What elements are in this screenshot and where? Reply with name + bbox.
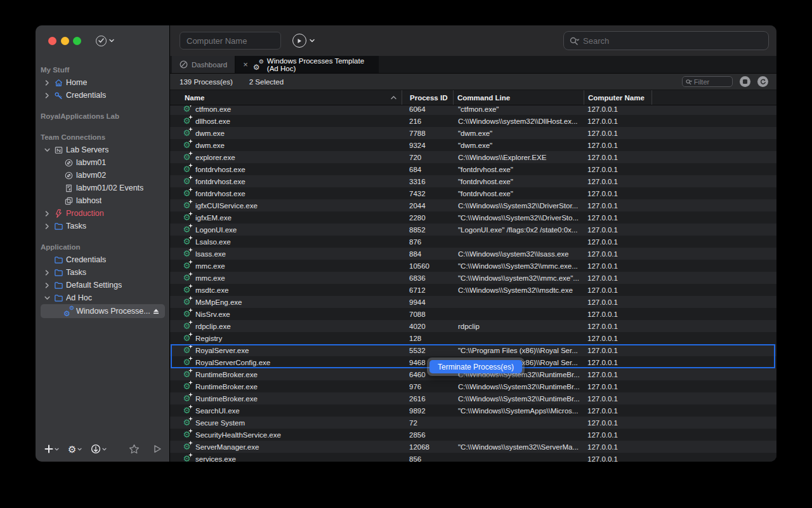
sidebar-item-labhost[interactable]: labhost (36, 194, 169, 207)
process-name-cell: ⚙dwm.exe (170, 127, 402, 139)
process-name-cell: ⚙MsMpEng.exe (170, 296, 402, 308)
process-name-cell: ⚙mmc.exe (170, 272, 402, 284)
spacer-cell (652, 453, 776, 462)
chevron-right-icon[interactable] (44, 224, 53, 229)
sidebar-item-ad-hoc[interactable]: Ad Hoc (36, 291, 169, 304)
zoom-window-button[interactable] (73, 37, 81, 45)
table-row[interactable]: ⚙fontdrvhost.exe3316"fontdrvhost.exe"127… (170, 175, 776, 187)
chevron-down-icon[interactable] (44, 295, 53, 300)
column-header-command-line[interactable]: Command Line (453, 90, 584, 105)
table-row[interactable]: ⚙MsMpEng.exe9944127.0.0.1 (170, 296, 776, 308)
table-row[interactable]: ⚙LsaIso.exe876127.0.0.1 (170, 236, 776, 248)
table-row[interactable]: ⚙SecurityHealthService.exe2856127.0.0.1 (170, 429, 776, 441)
table-row[interactable]: ⚙explorer.exe720C:\\Windows\\Explorer.EX… (170, 151, 776, 163)
sidebar-item-labvm02[interactable]: labvm02 (36, 169, 169, 182)
table-row[interactable]: ⚙dllhost.exe216C:\\Windows\\system32\\Dl… (170, 115, 776, 127)
tab-dashboard[interactable]: Dashboard (172, 56, 235, 73)
close-window-button[interactable] (48, 37, 56, 45)
table-row[interactable]: ⚙dwm.exe7788"dwm.exe"127.0.0.1 (170, 127, 776, 139)
table-row[interactable]: ⚙msdtc.exe6712C:\\Windows\\System32\\msd… (170, 284, 776, 296)
chevron-right-icon[interactable] (44, 93, 53, 98)
table-row[interactable]: ⚙RuntimeBroker.exe976C:\\Windows\\System… (170, 380, 776, 392)
connect-action-button[interactable] (96, 36, 114, 46)
process-gear-icon: ⚙ (182, 249, 192, 258)
table-row[interactable]: ⚙igfxCUIService.exe2044C:\\Windows\\Syst… (170, 199, 776, 211)
search-field[interactable] (563, 31, 769, 50)
computer-name-cell: 127.0.0.1 (584, 332, 652, 344)
table-row[interactable]: ⚙Secure System72127.0.0.1 (170, 417, 776, 429)
table-row[interactable]: ⚙igfxEM.exe2280"C:\\Windows\\System32\\D… (170, 211, 776, 224)
table-row[interactable]: ⚙RoyalServer.exe5532"C:\\Program Files (… (170, 344, 776, 356)
search-input[interactable] (583, 36, 763, 46)
table-row[interactable]: ⚙rdpclip.exe4020rdpclip127.0.0.1 (170, 320, 776, 332)
computer-name-cell: 127.0.0.1 (584, 284, 652, 296)
chevron-right-icon[interactable] (44, 270, 53, 276)
filter-field[interactable] (682, 76, 733, 87)
sidebar-item-credentials[interactable]: Credentials (36, 89, 169, 102)
command-line-cell: C:\\Windows\\System32\\DriverStor... (453, 199, 584, 211)
spacer-cell (652, 368, 776, 380)
table-row[interactable]: ⚙SearchUI.exe9892"C:\\Windows\\SystemApp… (170, 404, 776, 417)
computer-name-cell: 127.0.0.1 (584, 248, 652, 260)
table-row[interactable]: ⚙RuntimeBroker.exe2616C:\\Windows\\Syste… (170, 392, 776, 404)
sidebar-item-lab-servers[interactable]: Lab Servers (36, 144, 169, 156)
settings-menu-button[interactable]: ⚙ (68, 444, 82, 454)
computer-name-input[interactable] (180, 32, 281, 49)
terminate-processes-button[interactable]: Terminate Process(es) (429, 360, 522, 373)
sidebar-item-home[interactable]: Home (36, 76, 169, 89)
refresh-button[interactable] (757, 76, 768, 87)
eject-icon[interactable] (152, 308, 160, 314)
table-row[interactable]: ⚙fontdrvhost.exe684"fontdrvhost.exe"127.… (170, 163, 776, 175)
sidebar-item-default-settings[interactable]: Default Settings (36, 279, 169, 291)
servers-icon (53, 145, 63, 155)
table-row[interactable]: ⚙LogonUI.exe8852"LogonUI.exe" /flags:0x2… (170, 224, 776, 236)
computer-name-combobox[interactable] (180, 32, 281, 50)
chevron-right-icon[interactable] (44, 211, 53, 217)
process-name-cell: ⚙RuntimeBroker.exe (170, 368, 402, 380)
chevron-right-icon[interactable] (44, 80, 53, 86)
table-row[interactable]: ⚙lsass.exe884C:\\Windows\\system32\\lsas… (170, 248, 776, 260)
process-id-cell: 10560 (402, 260, 453, 272)
run-template-button[interactable] (292, 34, 315, 48)
command-line-cell: "fontdrvhost.exe" (453, 163, 584, 175)
sort-options-button[interactable] (91, 444, 107, 454)
sidebar-item-tasks[interactable]: Tasks (36, 266, 169, 279)
table-row[interactable]: ⚙Registry128127.0.0.1 (170, 332, 776, 344)
spacer-cell (652, 175, 776, 187)
sidebar-item-labvm01[interactable]: labvm01 (36, 156, 169, 169)
close-tab-icon[interactable]: × (243, 60, 248, 69)
add-object-button[interactable] (44, 444, 59, 453)
table-row[interactable]: ⚙NisSrv.exe7088127.0.0.1 (170, 308, 776, 320)
sidebar-item-production[interactable]: Production (36, 207, 169, 220)
sidebar-item-windows-processe[interactable]: ⚙⚙Windows Processe... (41, 304, 165, 318)
stop-button[interactable] (740, 76, 750, 87)
column-header-spacer (652, 90, 776, 105)
column-header-name[interactable]: Name (170, 90, 402, 105)
sidebar-item-credentials[interactable]: Credentials (36, 253, 169, 266)
table-row[interactable]: ⚙ServerManager.exe12068"C:\\Windows\\sys… (170, 441, 776, 453)
filter-input[interactable] (694, 78, 729, 86)
command-line-cell (453, 332, 584, 344)
sidebar-item-labvm01-02-events[interactable]: labvm01/02 Events (36, 182, 169, 194)
column-header-process-id[interactable]: Process ID (402, 90, 453, 105)
minimize-window-button[interactable] (61, 37, 69, 45)
chevron-down-icon[interactable] (44, 147, 53, 152)
table-row[interactable]: ⚙dwm.exe9324"dwm.exe"127.0.0.1 (170, 139, 776, 151)
tab-windows-processes[interactable]: × ⚙⚙ Windows Processes Template (Ad Hoc) (235, 56, 379, 73)
process-id-cell: 856 (402, 453, 453, 462)
chevron-right-icon[interactable] (44, 283, 53, 288)
process-gear-icon: ⚙ (182, 261, 192, 271)
favorites-button[interactable] (129, 444, 140, 454)
spacer-cell (652, 417, 776, 429)
connect-selected-button[interactable] (154, 444, 162, 453)
column-header-computer-name[interactable]: Computer Name (584, 90, 652, 105)
table-row[interactable]: ⚙mmc.exe6836"C:\\Windows\\system32\\mmc.… (170, 272, 776, 284)
process-gear-icon: ⚙ (182, 140, 192, 150)
process-id-cell: 7432 (402, 187, 453, 199)
table-row[interactable]: ⚙fontdrvhost.exe7432"fontdrvhost.exe"127… (170, 187, 776, 199)
sidebar-item-tasks[interactable]: Tasks (36, 220, 169, 232)
filter-search-icon (686, 79, 692, 85)
table-row[interactable]: ⚙mmc.exe10560"C:\\Windows\\System32\\mmc… (170, 260, 776, 272)
table-row[interactable]: ⚙ctfmon.exe6064"ctfmon.exe"127.0.0.1 (170, 105, 776, 115)
table-row[interactable]: ⚙services.exe856127.0.0.1 (170, 453, 776, 462)
